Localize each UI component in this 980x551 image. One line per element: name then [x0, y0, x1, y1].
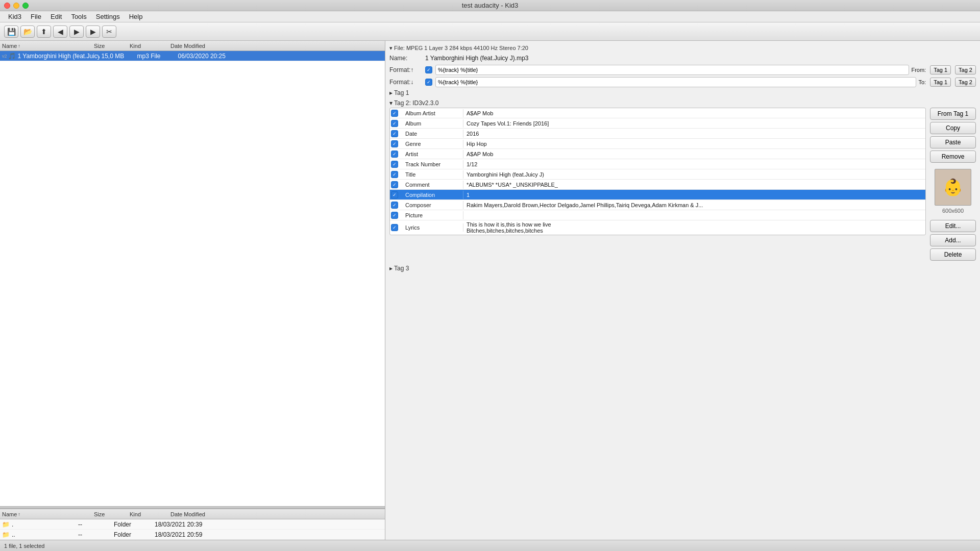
tag-field-name: Lyrics	[402, 223, 463, 232]
menu-kid3[interactable]: Kid3	[4, 12, 26, 21]
tag-row[interactable]: ✓Picture	[390, 210, 925, 220]
tag-checkbox[interactable]: ✓	[390, 109, 402, 118]
file-row[interactable]: v2 🎵 1 Yamborghini High (feat.Juicy J).m…	[0, 51, 385, 61]
tag3-header[interactable]: ▸ Tag 3	[389, 265, 409, 272]
album-art-container: 👶 600x600	[930, 169, 976, 214]
checkbox-checked[interactable]: ✓	[391, 202, 398, 209]
format-down-input[interactable]	[435, 77, 916, 87]
tag-row[interactable]: ✓Date2016	[390, 129, 925, 139]
tag-field-value: Rakim Mayers,Darold Brown,Hector Delgado…	[463, 201, 925, 209]
tag-table: ✓Album ArtistA$AP Mob✓AlbumCozy Tapes Vo…	[389, 108, 926, 235]
name-label: Name:	[389, 55, 425, 62]
from-tag1-btn-up[interactable]: Tag 1	[930, 65, 951, 74]
maximize-button[interactable]	[22, 3, 29, 9]
tag-checkbox[interactable]: ✓	[390, 211, 402, 220]
folder-row-current[interactable]: 📁 . -- Folder 18/03/2021 20:39	[0, 519, 385, 530]
tag3-section: ▸ Tag 3	[389, 265, 976, 272]
tag-field-name: Compilation	[402, 191, 463, 199]
add-action-btn[interactable]: Add...	[930, 234, 976, 246]
album-art-emoji: 👶	[943, 178, 963, 197]
action-panel: From Tag 1 Copy Paste Remove 👶 600x600 E…	[930, 108, 976, 261]
tag-row[interactable]: ✓Compilation1	[390, 190, 925, 200]
tag-row[interactable]: ✓TitleYamborghini High (feat.Juicy J)	[390, 169, 925, 180]
paste-action-btn[interactable]: Paste	[930, 136, 976, 148]
forward-icon: ▶	[74, 28, 80, 36]
toolbar-open[interactable]: 📂	[20, 26, 35, 38]
tag-checkbox[interactable]: ✓	[390, 190, 402, 199]
tag-checkbox[interactable]: ✓	[390, 180, 402, 189]
col-name-header: Name ↑	[2, 43, 94, 49]
tag-checkbox[interactable]: ✓	[390, 149, 402, 159]
edit-action-btn[interactable]: Edit...	[930, 220, 976, 232]
toolbar-forward[interactable]: ▶	[69, 26, 84, 38]
tag-checkbox[interactable]: ✓	[390, 129, 402, 138]
tag-field-name: Artist	[402, 150, 463, 158]
tag-row[interactable]: ✓Track Number1/12	[390, 159, 925, 169]
checkbox-checked[interactable]: ✓	[391, 181, 398, 188]
toolbar-up[interactable]: ⬆	[37, 26, 51, 38]
tag-field-name: Track Number	[402, 160, 463, 168]
checkbox-checked[interactable]: ✓	[391, 212, 398, 219]
menu-edit[interactable]: Edit	[46, 12, 66, 21]
format-up-checkbox[interactable]: ✓	[425, 66, 432, 73]
checkbox-checked[interactable]: ✓	[391, 140, 398, 147]
menu-settings[interactable]: Settings	[92, 12, 124, 21]
file-kind: mp3 File	[137, 53, 178, 60]
checkbox-checked[interactable]: ✓	[391, 130, 398, 137]
tag-row[interactable]: ✓ArtistA$AP Mob	[390, 149, 925, 159]
right-content: ✓Album ArtistA$AP Mob✓AlbumCozy Tapes Vo…	[389, 108, 976, 261]
folder-list: 📁 . -- Folder 18/03/2021 20:39 📁 .. -- F…	[0, 519, 385, 540]
toolbar-play[interactable]: ▶	[86, 26, 100, 38]
from-tag2-btn-up[interactable]: Tag 2	[955, 65, 976, 74]
tag-row[interactable]: ✓ComposerRakim Mayers,Darold Brown,Hecto…	[390, 200, 925, 210]
toolbar-cut[interactable]: ✂	[102, 26, 116, 38]
tag-field-value: 2016	[463, 130, 925, 138]
from-to-down: To: Tag 1 Tag 2	[918, 78, 976, 87]
save-icon: 💾	[7, 28, 16, 36]
menu-file[interactable]: File	[27, 12, 45, 21]
tag-field-value: *ALBUMS* *USA* _UNSKIPPABLE_	[463, 181, 925, 189]
tag-field-value: 1/12	[463, 160, 925, 168]
checkbox-checked[interactable]: ✓	[391, 120, 398, 127]
tag1-section: ▸ Tag 1	[389, 89, 976, 97]
menu-tools[interactable]: Tools	[67, 12, 90, 21]
to-tag1-btn-down[interactable]: Tag 1	[930, 78, 951, 87]
from-tag1-action-btn[interactable]: From Tag 1	[930, 108, 976, 120]
folder-row-parent[interactable]: 📁 .. -- Folder 18/03/2021 20:59	[0, 530, 385, 540]
checkbox-checked[interactable]: ✓	[391, 224, 398, 231]
checkbox-checked[interactable]: ✓	[391, 191, 398, 198]
tag-row[interactable]: ✓GenreHip Hop	[390, 139, 925, 149]
tag1-header[interactable]: ▸ Tag 1	[389, 89, 976, 96]
tag-checkbox[interactable]: ✓	[390, 119, 402, 128]
minimize-button[interactable]	[13, 3, 19, 9]
checkbox-checked[interactable]: ✓	[391, 110, 398, 117]
tag-row[interactable]: ✓LyricsThis is how it is,this is how we …	[390, 220, 925, 235]
tag-checkbox[interactable]: ✓	[390, 170, 402, 179]
format-down-checkbox[interactable]: ✓	[425, 79, 432, 86]
folder-name-current: .	[12, 521, 78, 528]
checkbox-checked[interactable]: ✓	[391, 171, 398, 178]
tag-checkbox[interactable]: ✓	[390, 201, 402, 210]
folder-col-date: Date Modified	[170, 511, 247, 517]
menu-help[interactable]: Help	[125, 12, 147, 21]
tag-checkbox[interactable]: ✓	[390, 160, 402, 169]
up-icon: ⬆	[41, 28, 47, 36]
toolbar-back[interactable]: ◀	[53, 26, 67, 38]
checkbox-checked[interactable]: ✓	[391, 151, 398, 158]
copy-action-btn[interactable]: Copy	[930, 122, 976, 134]
remove-action-btn[interactable]: Remove	[930, 151, 976, 163]
close-button[interactable]	[4, 3, 10, 9]
tag-checkbox[interactable]: ✓	[390, 223, 402, 232]
tag2-header[interactable]: ▾ Tag 2: ID3v2.3.0	[389, 99, 976, 107]
tag-checkbox[interactable]: ✓	[390, 139, 402, 148]
format-up-input[interactable]	[435, 65, 909, 75]
toolbar-save[interactable]: 💾	[4, 26, 18, 38]
delete-action-btn[interactable]: Delete	[930, 248, 976, 261]
tag-field-name: Picture	[402, 211, 463, 219]
to-tag2-btn-down[interactable]: Tag 2	[955, 78, 976, 87]
tag-row[interactable]: ✓AlbumCozy Tapes Vol.1: Friends [2016]	[390, 118, 925, 129]
checkbox-checked[interactable]: ✓	[391, 161, 398, 168]
tag-row[interactable]: ✓Comment*ALBUMS* *USA* _UNSKIPPABLE_	[390, 180, 925, 190]
tag-row[interactable]: ✓Album ArtistA$AP Mob	[390, 108, 925, 118]
file-size: 15,0 MB	[102, 53, 137, 60]
